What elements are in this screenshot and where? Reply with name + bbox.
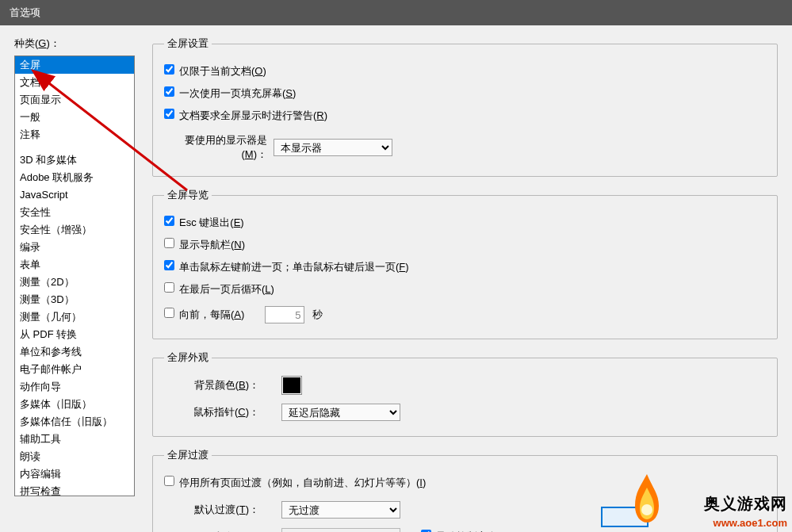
- one-page-checkbox[interactable]: [164, 86, 174, 97]
- listbox-item[interactable]: 单位和参考线: [15, 343, 134, 361]
- listbox-item[interactable]: 文档: [15, 74, 134, 91]
- fullscreen-setup-legend: 全屏设置: [164, 36, 212, 51]
- listbox-item[interactable]: 内容编辑: [15, 465, 134, 483]
- only-current-checkbox[interactable]: [164, 64, 174, 75]
- listbox-item[interactable]: 拼写检查: [15, 483, 134, 496]
- listbox-item[interactable]: 动作向导: [15, 378, 134, 396]
- window-title: 首选项: [10, 6, 40, 18]
- listbox-item[interactable]: 从 PDF 转换: [15, 326, 134, 343]
- window-titlebar: 首选项: [0, 0, 792, 25]
- fullscreen-nav-group: 全屏导览 Esc 键退出(E) 显示导航栏(N) 单击鼠标左键前进一页；单击鼠标…: [152, 188, 778, 339]
- listbox-item[interactable]: 多媒体（旧版）: [15, 396, 134, 413]
- bgcolor-swatch-button[interactable]: [281, 376, 302, 395]
- listbox-item[interactable]: 测量（2D）: [15, 274, 134, 291]
- advance-seconds-input[interactable]: [265, 306, 304, 323]
- monitor-label: 要使用的显示器是(M)：: [164, 133, 267, 162]
- cursor-select[interactable]: 延迟后隐藏: [281, 404, 400, 421]
- fullscreen-nav-legend: 全屏导览: [164, 188, 212, 202]
- warn-checkbox-label[interactable]: 文档要求全屏显示时进行警告(R): [164, 109, 327, 123]
- sidebar: 种类(G)： 全屏文档页面显示一般注释3D 和多媒体Adobe 联机服务Java…: [14, 36, 135, 532]
- navbar-checkbox[interactable]: [164, 238, 174, 248]
- listbox-item[interactable]: 测量（3D）: [15, 291, 134, 308]
- fullscreen-appearance-group: 全屏外观 背景颜色(B)： 鼠标指针(C)： 延迟后隐藏: [152, 350, 778, 437]
- listbox-item[interactable]: JavaScript: [15, 186, 134, 204]
- fullscreen-appearance-legend: 全屏外观: [164, 350, 212, 365]
- dialog-button[interactable]: [601, 507, 649, 527]
- only-current-checkbox-label[interactable]: 仅限于当前文档(O): [164, 64, 266, 78]
- listbox-item[interactable]: 安全性: [15, 204, 134, 221]
- listbox-item[interactable]: 测量（几何）: [15, 308, 134, 326]
- settings-panel: 全屏设置 仅限于当前文档(O) 一次使用一页填充屏幕(S) 文档要求全屏显示时进…: [135, 36, 778, 532]
- listbox-item[interactable]: Adobe 联机服务: [15, 169, 134, 186]
- monitor-select[interactable]: 本显示器: [274, 139, 392, 156]
- default-transition-label: 默认过渡(T)：: [164, 503, 259, 517]
- category-label: 种类(G)：: [14, 36, 135, 51]
- fullscreen-transition-group: 全屏过渡 停用所有页面过渡（例如，自动前进、幻灯片等等）(I) 默认过渡(T)：…: [152, 448, 778, 532]
- listbox-item[interactable]: 辅助工具: [15, 431, 134, 448]
- esc-checkbox-label[interactable]: Esc 键退出(E): [164, 216, 244, 230]
- listbox-item[interactable]: 多媒体信任（旧版）: [15, 413, 134, 431]
- bgcolor-label: 背景颜色(B)：: [164, 378, 259, 392]
- listbox-item[interactable]: 表单: [15, 256, 134, 274]
- listbox-item[interactable]: 注释: [15, 126, 134, 144]
- fullscreen-setup-group: 全屏设置 仅限于当前文档(O) 一次使用一页填充屏幕(S) 文档要求全屏显示时进…: [152, 36, 778, 177]
- listbox-item[interactable]: 朗读: [15, 448, 134, 465]
- category-listbox[interactable]: 全屏文档页面显示一般注释3D 和多媒体Adobe 联机服务JavaScript安…: [14, 55, 135, 496]
- click-nav-checkbox[interactable]: [164, 260, 174, 270]
- listbox-item[interactable]: 电子邮件帐户: [15, 361, 134, 378]
- advance-checkbox-label[interactable]: 向前，每隔(A): [164, 308, 244, 322]
- warn-checkbox[interactable]: [164, 109, 174, 119]
- disable-transition-checkbox[interactable]: [164, 476, 174, 486]
- listbox-item[interactable]: 安全性（增强）: [15, 221, 134, 239]
- loop-checkbox-label[interactable]: 在最后一页后循环(L): [164, 282, 274, 297]
- esc-checkbox[interactable]: [164, 216, 174, 226]
- fullscreen-transition-legend: 全屏过渡: [164, 448, 212, 462]
- bgcolor-swatch: [283, 377, 300, 393]
- one-page-checkbox-label[interactable]: 一次使用一页填充屏幕(S): [164, 86, 296, 101]
- listbox-item[interactable]: 编录: [15, 239, 134, 256]
- advance-checkbox[interactable]: [164, 308, 174, 318]
- listbox-item[interactable]: 一般: [15, 109, 134, 126]
- listbox-item[interactable]: 全屏: [15, 56, 134, 74]
- loop-checkbox[interactable]: [164, 282, 174, 293]
- direction-select: [281, 528, 400, 532]
- disable-transition-checkbox-label[interactable]: 停用所有页面过渡（例如，自动前进、幻灯片等等）(I): [164, 476, 426, 490]
- default-transition-select[interactable]: 无过渡: [281, 501, 400, 519]
- cursor-label: 鼠标指针(C)：: [164, 405, 259, 419]
- content-area: 种类(G)： 全屏文档页面显示一般注释3D 和多媒体Adobe 联机服务Java…: [0, 25, 792, 532]
- listbox-item[interactable]: 页面显示: [15, 91, 134, 109]
- navbar-checkbox-label[interactable]: 显示导航栏(N): [164, 238, 245, 252]
- listbox-item[interactable]: 3D 和多媒体: [15, 151, 134, 169]
- click-nav-checkbox-label[interactable]: 单击鼠标左键前进一页；单击鼠标右键后退一页(F): [164, 260, 409, 274]
- advance-unit-label: 秒: [312, 308, 323, 322]
